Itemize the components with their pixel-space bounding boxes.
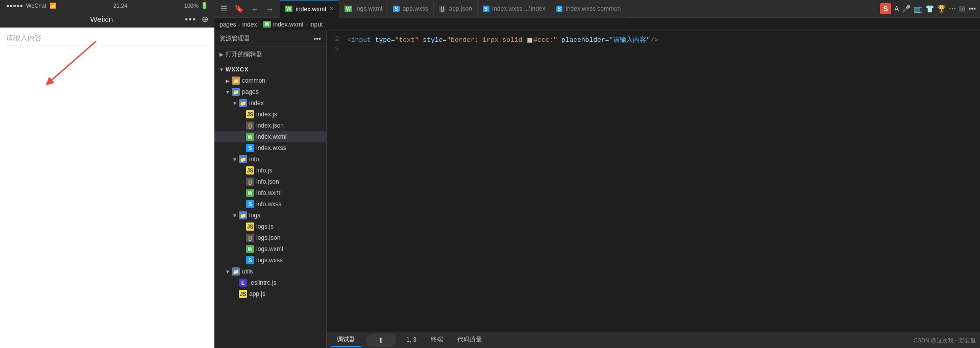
tab-logs-wxml[interactable]: W logs.wxml xyxy=(339,0,388,18)
file-label-app-js: app.js xyxy=(249,290,265,297)
bottom-bar: 调试器 ⬆ 1, 3 终端 代码质量 CSDN @这次我一定 xyxy=(327,332,980,348)
json-icon-info: {} xyxy=(246,178,254,186)
file-info-wxml[interactable]: W info.wxml xyxy=(214,187,326,198)
folder-common[interactable]: ▶ 📁 common xyxy=(214,75,326,86)
folder-info[interactable]: ▼ 📁 info xyxy=(214,154,326,165)
opened-editors-label: 打开的编辑器 xyxy=(226,50,262,59)
editor-area[interactable]: 2 <input type="text" style="border: 1rpx… xyxy=(327,31,980,332)
chevron-right-icon-common: ▶ xyxy=(225,78,231,84)
folder-label-index: index xyxy=(249,100,264,107)
phone-carrier: WeChat xyxy=(26,3,46,9)
tok-val-ccc: #ccc;" xyxy=(533,36,557,44)
bottom-tab-debugger[interactable]: 调试器 xyxy=(331,333,361,347)
sep2: › xyxy=(259,21,261,28)
tab-index-wxml[interactable]: W index.wxml ✕ xyxy=(280,0,339,18)
tab-app-wxss[interactable]: S app.wxss xyxy=(388,0,434,18)
bottom-tab-quality[interactable]: 代码质量 xyxy=(451,333,488,347)
file-label-index-wxml: index.wxml xyxy=(256,133,286,140)
wxml-icon-logs: W xyxy=(246,245,254,253)
folder-logs[interactable]: ▼ 📁 logs xyxy=(214,210,326,221)
more-icon[interactable]: ••• xyxy=(185,15,197,24)
file-label-info-js: info.js xyxy=(256,167,272,174)
tab-icon-json: {} xyxy=(439,6,446,12)
bottom-tab-terminal[interactable]: 终端 xyxy=(425,333,449,347)
folder-label-info: info xyxy=(249,156,259,163)
phone-input-placeholder[interactable]: 请输入内容 xyxy=(6,34,208,45)
breadcrumb-bar: pages › index › W index.wxml › input xyxy=(214,18,980,31)
root-folder-item[interactable]: ▼ WXXCX xyxy=(214,64,326,75)
js-icon-index: JS xyxy=(246,110,254,118)
wxss-icon-info: S xyxy=(246,200,254,208)
tok-attr-type: type xyxy=(375,36,391,44)
toolbar-trophy[interactable]: 🏆 xyxy=(937,5,946,13)
code-line-2: 2 <input type="text" style="border: 1rpx… xyxy=(327,35,980,45)
tab-label-index-wxss-common: index.wxss common xyxy=(566,5,621,12)
file-logs-wxss[interactable]: S logs.wxss xyxy=(214,255,326,266)
split-editor-icon[interactable]: ⊞ xyxy=(959,5,965,13)
folder-icon-index: 📁 xyxy=(239,99,247,107)
wxml-icon-index: W xyxy=(246,133,254,141)
breadcrumb-wxml: index.wxml xyxy=(273,21,303,28)
file-info-json[interactable]: {} info.json xyxy=(214,176,326,187)
file-index-wxml[interactable]: W index.wxml xyxy=(214,131,326,142)
tok-eq2: = xyxy=(443,36,447,44)
close-icon[interactable]: ✕ xyxy=(329,6,334,12)
file-eslintrc[interactable]: E .eslintrc.js xyxy=(214,277,326,288)
file-info-js[interactable]: JS info.js xyxy=(214,165,326,176)
top-bar: ☰ 🔖 ← → W index.wxml ✕ W logs.wxml xyxy=(214,0,980,18)
battery-icon: 🔋 xyxy=(201,2,208,9)
js-icon-info: JS xyxy=(246,166,254,175)
code-content-3 xyxy=(347,45,351,53)
tab-index-wxss-common[interactable]: S index.wxss common xyxy=(551,0,627,18)
toolbar-shirt[interactable]: 👕 xyxy=(925,5,934,13)
tok-val-border: "border: 1rpx solid xyxy=(447,36,526,44)
tab-label: index.wxml xyxy=(296,6,326,13)
menu-icon[interactable]: ☰ xyxy=(218,3,229,14)
file-label-logs-json: logs.json xyxy=(256,234,280,241)
chevron-down-icon: ▼ xyxy=(218,67,225,72)
chevron-down-icon-info: ▼ xyxy=(232,157,238,162)
tab-label-app-json: app.json xyxy=(449,5,472,12)
forward-icon[interactable]: → xyxy=(264,4,276,14)
explorer-menu-icon[interactable]: ••• xyxy=(313,35,321,43)
line-number-2: 2 xyxy=(327,35,347,43)
toolbar-more[interactable]: ⋯ xyxy=(949,5,956,13)
tab-app-json[interactable]: {} app.json xyxy=(434,0,478,18)
folder-index[interactable]: ▼ 📁 index xyxy=(214,97,326,109)
toolbar-A[interactable]: A xyxy=(894,5,899,13)
tab-icon-wxml2: W xyxy=(345,6,352,12)
tab-icon-wxml: W xyxy=(285,6,292,12)
overflow-icon[interactable]: ••• xyxy=(968,5,976,13)
file-logs-json[interactable]: {} logs.json xyxy=(214,232,326,243)
bookmark-icon[interactable]: 🔖 xyxy=(232,3,246,14)
file-logs-js[interactable]: JS logs.js xyxy=(214,221,326,232)
file-app-js[interactable]: JS app.js xyxy=(214,288,326,300)
file-label-index-json: index.json xyxy=(256,122,284,129)
file-label-logs-wxml: logs.wxml xyxy=(256,245,283,253)
csdn-badge: CSDN @这次我一定要赢 xyxy=(914,336,976,344)
file-logs-wxml[interactable]: W logs.wxml xyxy=(214,243,326,255)
file-index-wxss[interactable]: S index.wxss xyxy=(214,142,326,154)
chevron-down-icon-index: ▼ xyxy=(232,101,238,106)
tab-bar: W index.wxml ✕ W logs.wxml S app.wxss {} xyxy=(280,0,880,18)
phone-panel: ●●●●● WeChat 📶 21:24 100% 🔋 Weixin ••• ⊕… xyxy=(0,0,214,348)
upload-button[interactable]: ⬆ xyxy=(365,334,396,347)
bottom-tab-position[interactable]: 1, 3 xyxy=(400,334,423,346)
phone-time: 21:24 xyxy=(113,3,128,9)
file-index-json[interactable]: {} index.json xyxy=(214,120,326,131)
phone-screen: 请输入内容 xyxy=(0,28,214,348)
tab-index-wxss-index[interactable]: S index.wxss ...\index xyxy=(478,0,551,18)
bottom-tab-label-terminal: 终端 xyxy=(431,336,443,343)
folder-pages[interactable]: ▼ 📁 pages xyxy=(214,86,326,97)
tok-attr-placeholder: placeholder xyxy=(561,36,605,44)
toolbar-mic[interactable]: 🎤 xyxy=(902,5,911,13)
file-index-js[interactable]: JS index.js xyxy=(214,109,326,120)
folder-utils[interactable]: ▼ 📁 utils xyxy=(214,266,326,277)
back-icon[interactable]: ← xyxy=(249,4,261,14)
opened-editors-header[interactable]: ▶ 打开的编辑器 xyxy=(214,48,326,60)
file-info-wxss[interactable]: S info.wxss xyxy=(214,198,326,210)
top-left-icons: ☰ 🔖 ← → xyxy=(214,3,280,14)
camera-icon[interactable]: ⊕ xyxy=(202,14,208,24)
file-tree: ▼ WXXCX ▶ 📁 common ▼ 📁 pages xyxy=(214,62,326,302)
toolbar-monitor[interactable]: 📺 xyxy=(914,5,922,13)
